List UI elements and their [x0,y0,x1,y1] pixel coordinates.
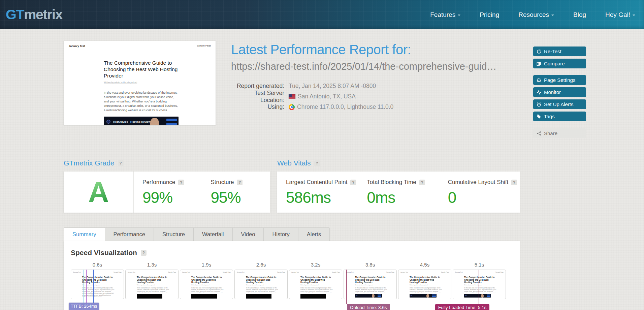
chevron-down-icon [551,14,554,16]
nav-item-pricing[interactable]: Pricing [480,11,499,19]
frame-time-label: 3.8s [344,262,397,268]
set-up-alerts-button[interactable]: Set Up Alerts [533,99,586,109]
tags-button[interactable]: Tags [533,112,586,121]
nav-item-label: Hey Gal! [605,11,630,19]
total-blocking-time-help-icon[interactable]: ? [419,180,425,185]
frame-page-link: Sample Page [114,271,122,273]
grade-letter-cell: A [64,172,133,213]
thumbnail-paragraph: In the vast and ever-evolving landscape … [104,91,179,113]
logo-gt: GT [6,7,24,22]
largest-contentful-paint-help-icon[interactable]: ? [350,180,356,185]
frame-paragraph: In the vast and ever-evolving landscape … [410,287,442,293]
performance-help-icon[interactable]: ? [178,180,184,185]
page-settings-button[interactable]: Page Settings [533,75,586,85]
filmstrip-frame-4: January TestSample PageThe Comprehensive… [234,270,288,299]
ttfb-label: TTFB: 264ms [69,303,99,310]
banner-text: HostAdvice - Hosting Reviews [113,120,152,123]
meta-label: Report generated: [231,83,284,90]
report-url: https://shared-test.info/2025/01/14/the-… [231,61,521,72]
compare-button[interactable]: Compare [533,59,586,68]
tab-alerts[interactable]: Alerts [298,228,329,241]
grade-performance-cell: Performance?99% [133,172,202,213]
banner-logo-icon [106,120,110,124]
vitals-section-head: Web Vitals ? [277,159,520,167]
frame-paragraph: In the vast and ever-evolving landscape … [137,287,169,293]
frame-site-title: January Test [182,271,190,273]
gtmetrix-logo[interactable]: GTmetrix [6,7,62,23]
ttfb-tooltip: TTFB: 264msRedirect: 0msConnect: 108msBa… [69,303,99,310]
frame-time-label: 0.6s [71,262,124,268]
nav-item-resources[interactable]: Resources [518,11,554,19]
share-button[interactable]: Share [533,128,586,138]
filmstrip: 0.6s1.3s1.9s2.6s3.2s3.8s4.5s5.1s January… [71,262,506,299]
frame-time-label: 1.3s [125,262,179,268]
metric-head: Cumulative Layout Shift? [448,179,520,186]
frame-paragraph: In the vast and ever-evolving landscape … [191,287,224,293]
metric-value: 586ms [286,188,358,207]
grade-structure-cell: Structure?95% [202,172,270,213]
frame-article-heading: The Comprehensive Guide to Choosing the … [82,276,114,284]
logo-metrix: metrix [24,7,62,22]
frame-byline: Written by admin in Uncategorized [246,284,287,286]
metric-head: Structure? [211,179,270,186]
frame-mini-header: January TestSample Page [289,270,342,273]
report-header-section: January Test Sample Page The Comprehensi… [64,41,586,138]
tab-history[interactable]: History [264,228,298,241]
button-label: Compare [544,61,565,66]
metric-label: Largest Contentful Paint [286,179,347,186]
frame-banner-logo [356,295,357,296]
grade-section-head: GTmetrix Grade ? [64,159,270,167]
frame-banner-image [464,294,491,298]
meta-value-text: Chrome 117.0.0.0, Lighthouse 11.0.0 [297,103,393,111]
tab-summary[interactable]: Summary [64,228,105,241]
frame-time-label: 2.6s [234,262,288,268]
cumulative-layout-shift-help-icon[interactable]: ? [511,180,517,185]
frame-page-link: Sample Page [441,271,449,273]
frame-site-title: January Test [400,271,408,273]
nav-item-blog[interactable]: Blog [573,11,586,19]
frame-byline: Written by admin in Uncategorized [191,284,233,286]
grade-help-icon[interactable]: ? [118,160,124,166]
tab-structure[interactable]: Structure [154,228,194,241]
frame-article-heading: The Comprehensive Guide to Choosing the … [464,276,496,284]
nav-item-features[interactable]: Features [430,11,460,19]
metric-label: Performance [142,179,175,186]
metric-value: 99% [142,188,202,207]
tab-waterfall[interactable]: Waterfall [194,228,233,241]
nav-item-hey-gal[interactable]: Hey Gal! [605,11,635,19]
re-test-button[interactable]: Re-Test [533,46,586,56]
chrome-icon [289,104,295,110]
speed-visualization-help-icon[interactable]: ? [141,250,147,256]
onload-marker [346,270,347,304]
frame-paragraph: In the vast and ever-evolving landscape … [82,287,115,297]
frame-page-link: Sample Page [168,271,176,273]
web-vitals-group: Web Vitals ? Largest Contentful Paint?58… [277,159,520,213]
frame-banner-logo [465,295,466,296]
frame-image-placeholder [191,294,217,299]
metrics-section: GTmetrix Grade ? A Performance?99%Struct… [64,159,586,213]
page-container: January Test Sample Page The Comprehensi… [64,41,586,310]
gear-icon [537,78,541,83]
frame-image-placeholder [246,294,271,299]
tab-performance[interactable]: Performance [105,228,154,241]
frame-mini-header: January TestSample Page [126,270,178,273]
frame-site-title: January Test [128,271,135,273]
frame-page-link: Sample Page [495,271,504,273]
metric-head: Largest Contentful Paint? [286,179,358,186]
frame-time-label: 1.9s [180,262,233,268]
page-title: Latest Performance Report for: [231,42,533,57]
structure-help-icon[interactable]: ? [237,180,243,185]
vitals-help-icon[interactable]: ? [314,160,320,166]
frame-paragraph: In the vast and ever-evolving landscape … [246,287,278,293]
frame-page-link: Sample Page [277,271,285,273]
meta-label: Using: [231,103,284,111]
report-info: Latest Performance Report for: https://s… [231,41,533,112]
chevron-down-icon [633,14,635,16]
tab-video[interactable]: Video [233,228,264,241]
monitor-button[interactable]: Monitor [533,87,586,97]
filmstrip-times: 0.6s1.3s1.9s2.6s3.2s3.8s4.5s5.1s [71,262,506,268]
frame-page-link: Sample Page [386,271,394,273]
thumbnail-byline: Written by admin in Uncategorized [104,81,211,84]
filmstrip-body: January TestSample PageThe Comprehensive… [71,270,506,299]
gtmetrix-grade-group: GTmetrix Grade ? A Performance?99%Struct… [64,159,270,213]
